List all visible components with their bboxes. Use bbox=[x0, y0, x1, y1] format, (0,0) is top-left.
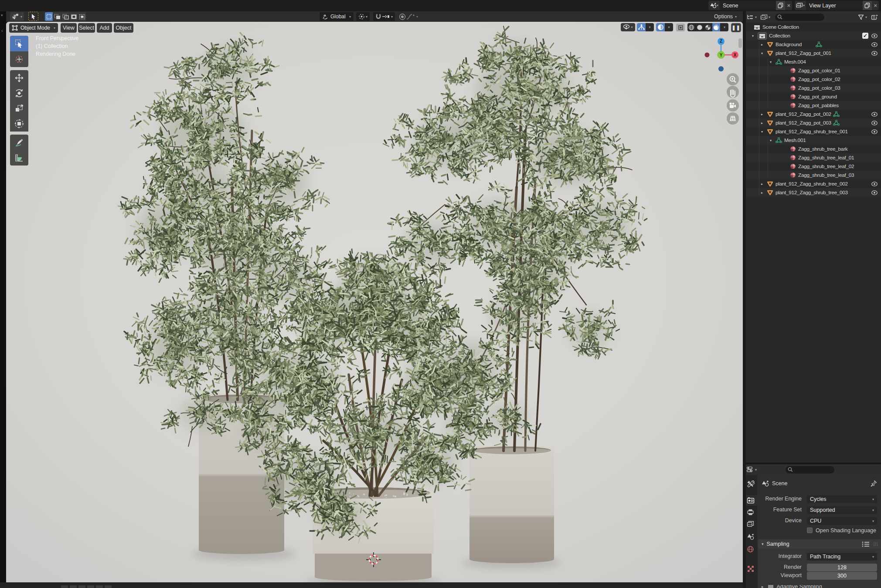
svg-text:Z: Z bbox=[720, 39, 722, 44]
svg-text:X: X bbox=[734, 53, 737, 57]
svg-text:Y: Y bbox=[720, 53, 723, 57]
